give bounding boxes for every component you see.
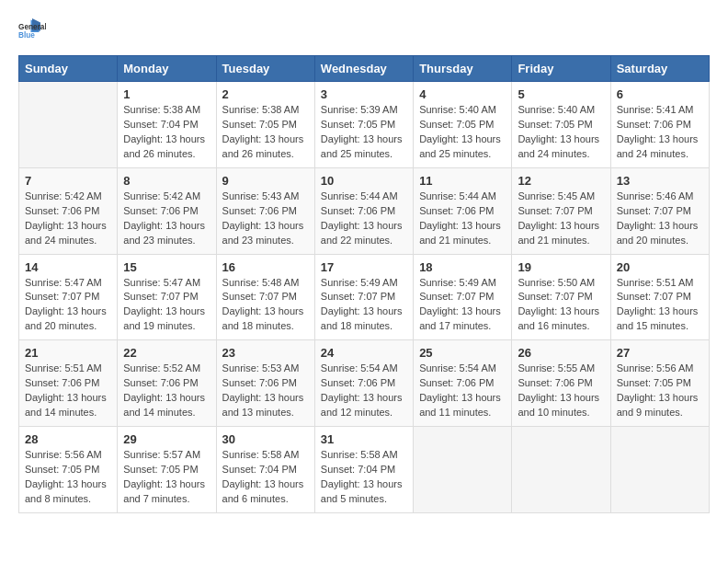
week-row-5: 28Sunrise: 5:56 AM Sunset: 7:05 PM Dayli…: [19, 427, 710, 513]
day-cell: 29Sunrise: 5:57 AM Sunset: 7:05 PM Dayli…: [118, 427, 216, 513]
day-info: Sunrise: 5:41 AM Sunset: 7:06 PM Dayligh…: [617, 103, 703, 162]
day-cell: 3Sunrise: 5:39 AM Sunset: 7:05 PM Daylig…: [314, 82, 413, 168]
day-cell: 11Sunrise: 5:44 AM Sunset: 7:06 PM Dayli…: [414, 167, 512, 254]
day-number: 22: [123, 346, 210, 360]
day-number: 3: [321, 87, 407, 101]
day-number: 9: [222, 174, 309, 188]
day-number: 18: [419, 260, 506, 274]
day-info: Sunrise: 5:43 AM Sunset: 7:06 PM Dayligh…: [222, 190, 309, 248]
day-number: 13: [617, 174, 703, 188]
day-info: Sunrise: 5:55 AM Sunset: 7:06 PM Dayligh…: [518, 362, 604, 420]
day-number: 30: [222, 432, 309, 446]
day-cell: 7Sunrise: 5:42 AM Sunset: 7:06 PM Daylig…: [19, 167, 118, 254]
day-number: 8: [123, 174, 210, 188]
day-cell: 30Sunrise: 5:58 AM Sunset: 7:04 PM Dayli…: [216, 427, 314, 513]
day-number: 20: [617, 260, 703, 274]
day-number: 26: [518, 346, 604, 360]
day-cell: 8Sunrise: 5:42 AM Sunset: 7:06 PM Daylig…: [118, 167, 216, 254]
day-cell: 27Sunrise: 5:56 AM Sunset: 7:05 PM Dayli…: [610, 340, 709, 427]
day-cell: 6Sunrise: 5:41 AM Sunset: 7:06 PM Daylig…: [610, 82, 709, 168]
day-number: 14: [25, 260, 111, 274]
svg-text:General: General: [18, 23, 46, 31]
day-number: 6: [617, 87, 703, 101]
day-cell: 16Sunrise: 5:48 AM Sunset: 7:07 PM Dayli…: [216, 254, 314, 340]
day-cell: 21Sunrise: 5:51 AM Sunset: 7:06 PM Dayli…: [19, 340, 118, 427]
day-cell: [512, 427, 610, 513]
day-cell: [414, 427, 512, 513]
day-cell: 24Sunrise: 5:54 AM Sunset: 7:06 PM Dayli…: [314, 340, 413, 427]
day-number: 7: [25, 174, 111, 188]
day-cell: 2Sunrise: 5:38 AM Sunset: 7:05 PM Daylig…: [216, 82, 314, 168]
day-number: 21: [25, 346, 111, 360]
day-cell: 14Sunrise: 5:47 AM Sunset: 7:07 PM Dayli…: [19, 254, 118, 340]
day-cell: [19, 82, 118, 168]
day-info: Sunrise: 5:45 AM Sunset: 7:07 PM Dayligh…: [518, 190, 604, 248]
logo-icon: GeneralBlue: [18, 18, 46, 46]
logo: GeneralBlue: [18, 18, 46, 46]
day-number: 15: [123, 260, 210, 274]
day-info: Sunrise: 5:53 AM Sunset: 7:06 PM Dayligh…: [222, 362, 309, 420]
day-info: Sunrise: 5:38 AM Sunset: 7:04 PM Dayligh…: [123, 103, 210, 162]
day-info: Sunrise: 5:51 AM Sunset: 7:07 PM Dayligh…: [617, 276, 703, 335]
day-number: 24: [321, 346, 407, 360]
day-info: Sunrise: 5:48 AM Sunset: 7:07 PM Dayligh…: [222, 276, 309, 335]
header-tuesday: Tuesday: [216, 56, 314, 82]
day-number: 25: [419, 346, 506, 360]
header-monday: Monday: [118, 56, 216, 82]
day-cell: 9Sunrise: 5:43 AM Sunset: 7:06 PM Daylig…: [216, 167, 314, 254]
day-info: Sunrise: 5:42 AM Sunset: 7:06 PM Dayligh…: [25, 190, 111, 248]
day-info: Sunrise: 5:40 AM Sunset: 7:05 PM Dayligh…: [419, 103, 506, 162]
day-info: Sunrise: 5:58 AM Sunset: 7:04 PM Dayligh…: [222, 448, 309, 507]
week-row-4: 21Sunrise: 5:51 AM Sunset: 7:06 PM Dayli…: [19, 340, 710, 427]
day-info: Sunrise: 5:56 AM Sunset: 7:05 PM Dayligh…: [25, 448, 111, 507]
day-cell: 25Sunrise: 5:54 AM Sunset: 7:06 PM Dayli…: [414, 340, 512, 427]
page-header: GeneralBlue: [18, 18, 710, 46]
header-friday: Friday: [512, 56, 610, 82]
day-info: Sunrise: 5:57 AM Sunset: 7:05 PM Dayligh…: [123, 448, 210, 507]
day-number: 1: [123, 87, 210, 101]
day-number: 11: [419, 174, 506, 188]
day-info: Sunrise: 5:56 AM Sunset: 7:05 PM Dayligh…: [617, 362, 703, 420]
day-info: Sunrise: 5:58 AM Sunset: 7:04 PM Dayligh…: [321, 448, 407, 507]
day-info: Sunrise: 5:44 AM Sunset: 7:06 PM Dayligh…: [419, 190, 506, 248]
day-number: 10: [321, 174, 407, 188]
day-info: Sunrise: 5:52 AM Sunset: 7:06 PM Dayligh…: [123, 362, 210, 420]
day-cell: 31Sunrise: 5:58 AM Sunset: 7:04 PM Dayli…: [314, 427, 413, 513]
day-cell: 19Sunrise: 5:50 AM Sunset: 7:07 PM Dayli…: [512, 254, 610, 340]
header-saturday: Saturday: [610, 56, 709, 82]
day-cell: 10Sunrise: 5:44 AM Sunset: 7:06 PM Dayli…: [314, 167, 413, 254]
week-row-2: 7Sunrise: 5:42 AM Sunset: 7:06 PM Daylig…: [19, 167, 710, 254]
svg-text:Blue: Blue: [18, 31, 35, 40]
day-cell: 12Sunrise: 5:45 AM Sunset: 7:07 PM Dayli…: [512, 167, 610, 254]
header-sunday: Sunday: [19, 56, 118, 82]
day-info: Sunrise: 5:47 AM Sunset: 7:07 PM Dayligh…: [25, 276, 111, 335]
day-number: 28: [25, 432, 111, 446]
day-cell: 26Sunrise: 5:55 AM Sunset: 7:06 PM Dayli…: [512, 340, 610, 427]
day-info: Sunrise: 5:51 AM Sunset: 7:06 PM Dayligh…: [25, 362, 111, 420]
calendar-header-row: SundayMondayTuesdayWednesdayThursdayFrid…: [19, 56, 710, 82]
day-number: 4: [419, 87, 506, 101]
day-cell: 15Sunrise: 5:47 AM Sunset: 7:07 PM Dayli…: [118, 254, 216, 340]
day-cell: 17Sunrise: 5:49 AM Sunset: 7:07 PM Dayli…: [314, 254, 413, 340]
day-info: Sunrise: 5:54 AM Sunset: 7:06 PM Dayligh…: [321, 362, 407, 420]
day-info: Sunrise: 5:49 AM Sunset: 7:07 PM Dayligh…: [321, 276, 407, 335]
day-info: Sunrise: 5:44 AM Sunset: 7:06 PM Dayligh…: [321, 190, 407, 248]
day-info: Sunrise: 5:50 AM Sunset: 7:07 PM Dayligh…: [518, 276, 604, 335]
day-number: 16: [222, 260, 309, 274]
day-info: Sunrise: 5:42 AM Sunset: 7:06 PM Dayligh…: [123, 190, 210, 248]
calendar-table: SundayMondayTuesdayWednesdayThursdayFrid…: [18, 55, 710, 513]
day-cell: 13Sunrise: 5:46 AM Sunset: 7:07 PM Dayli…: [610, 167, 709, 254]
header-thursday: Thursday: [414, 56, 512, 82]
day-info: Sunrise: 5:54 AM Sunset: 7:06 PM Dayligh…: [419, 362, 506, 420]
day-cell: 4Sunrise: 5:40 AM Sunset: 7:05 PM Daylig…: [414, 82, 512, 168]
week-row-1: 1Sunrise: 5:38 AM Sunset: 7:04 PM Daylig…: [19, 82, 710, 168]
day-cell: 18Sunrise: 5:49 AM Sunset: 7:07 PM Dayli…: [414, 254, 512, 340]
day-info: Sunrise: 5:40 AM Sunset: 7:05 PM Dayligh…: [518, 103, 604, 162]
day-info: Sunrise: 5:38 AM Sunset: 7:05 PM Dayligh…: [222, 103, 309, 162]
day-number: 29: [123, 432, 210, 446]
day-info: Sunrise: 5:47 AM Sunset: 7:07 PM Dayligh…: [123, 276, 210, 335]
day-number: 19: [518, 260, 604, 274]
day-cell: 28Sunrise: 5:56 AM Sunset: 7:05 PM Dayli…: [19, 427, 118, 513]
day-cell: 20Sunrise: 5:51 AM Sunset: 7:07 PM Dayli…: [610, 254, 709, 340]
day-number: 12: [518, 174, 604, 188]
